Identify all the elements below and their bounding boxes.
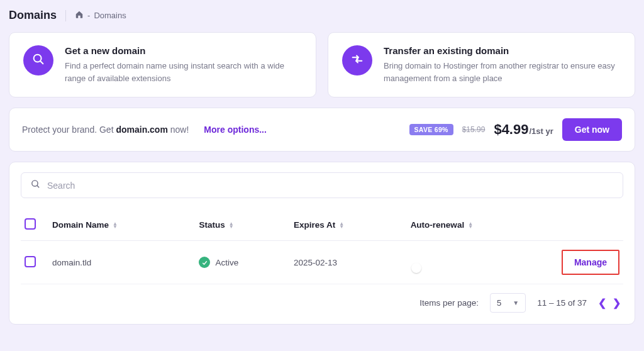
svg-line-1: [40, 61, 43, 64]
price-period: /1st yr: [529, 126, 553, 136]
transfer-icon: [350, 52, 364, 69]
promo-text: Protect your brand. Get domain.com now!: [22, 125, 189, 135]
search-field-wrap[interactable]: [21, 172, 623, 198]
save-badge: SAVE 69%: [409, 124, 453, 135]
col-status[interactable]: Status▲▼: [195, 209, 290, 241]
check-circle-icon: [199, 257, 210, 268]
per-page-select[interactable]: 5 ▼: [490, 293, 526, 313]
prev-page-button[interactable]: ❮: [598, 298, 606, 308]
search-circle: [23, 45, 53, 75]
select-all-checkbox[interactable]: [25, 218, 36, 230]
search-icon: [31, 52, 45, 69]
get-domain-title: Get a new domain: [65, 45, 302, 56]
sort-icon: ▲▼: [113, 222, 118, 228]
row-checkbox[interactable]: [25, 256, 36, 267]
old-price: $15.99: [462, 125, 486, 134]
table-footer: Items per page: 5 ▼ 11 – 15 of 37 ❮ ❯: [21, 284, 623, 314]
svg-point-2: [32, 181, 38, 186]
sort-icon: ▲▼: [468, 222, 473, 228]
table-row: domain.tld Active 2025-02-13 Manage: [21, 241, 623, 284]
cell-expires: 2025-02-13: [290, 241, 407, 284]
svg-line-3: [37, 186, 39, 187]
get-domain-card[interactable]: Get a new domain Find a perfect domain n…: [9, 32, 316, 98]
transfer-domain-card[interactable]: Transfer an existing domain Bring domain…: [328, 32, 635, 98]
sort-icon: ▲▼: [339, 222, 344, 228]
breadcrumb-current: Domains: [94, 11, 126, 20]
per-page-label: Items per page:: [419, 298, 479, 308]
domains-table: Domain Name▲▼ Status▲▼ Expires At▲▼ Auto…: [21, 209, 623, 284]
col-autorenewal[interactable]: Auto-renewal▲▼: [407, 209, 548, 241]
chevron-down-icon: ▼: [513, 299, 519, 306]
col-domain-name[interactable]: Domain Name▲▼: [48, 209, 195, 241]
manage-button[interactable]: Manage: [562, 250, 619, 275]
sort-icon: ▲▼: [229, 222, 234, 228]
breadcrumb[interactable]: - Domains: [75, 10, 126, 21]
search-input[interactable]: [47, 181, 614, 191]
get-now-button[interactable]: Get now: [562, 118, 622, 141]
search-icon: [30, 179, 41, 192]
transfer-circle: [342, 45, 372, 75]
more-options-link[interactable]: More options...: [204, 125, 267, 135]
price: $4.99: [494, 121, 528, 137]
home-icon[interactable]: [75, 10, 84, 21]
header-divider: [65, 10, 66, 21]
page-title: Domains: [9, 9, 57, 22]
cell-domain-name: domain.tld: [48, 241, 195, 284]
transfer-title: Transfer an existing domain: [384, 45, 621, 56]
col-expires[interactable]: Expires At▲▼: [290, 209, 407, 241]
domains-table-card: Domain Name▲▼ Status▲▼ Expires At▲▼ Auto…: [9, 162, 635, 325]
promo-banner: Protect your brand. Get domain.com now! …: [9, 108, 635, 152]
transfer-desc: Bring domain to Hostinger from another r…: [384, 60, 621, 84]
get-domain-desc: Find a perfect domain name using instant…: [65, 60, 302, 84]
next-page-button[interactable]: ❯: [613, 298, 621, 308]
breadcrumb-sep: -: [87, 11, 90, 20]
status-active: Active: [199, 257, 238, 268]
pagination-range: 11 – 15 of 37: [537, 298, 587, 308]
